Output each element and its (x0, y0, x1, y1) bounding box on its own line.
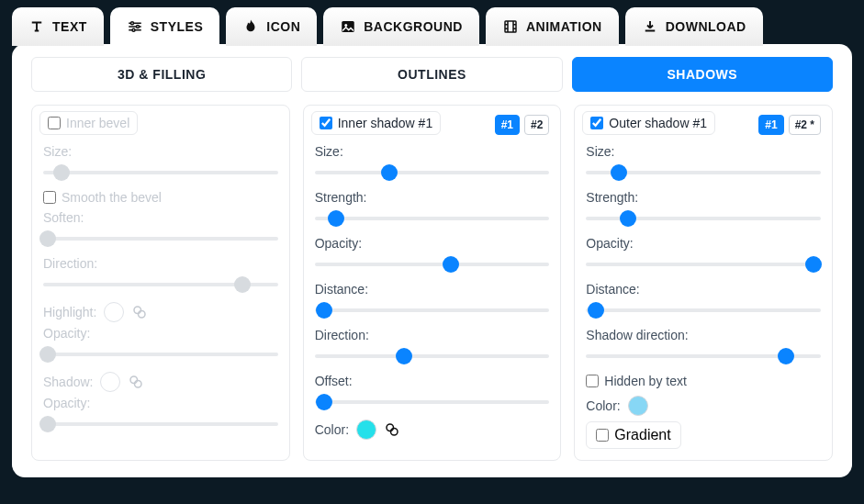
outer-distance-label: Distance: (586, 282, 821, 297)
outer-enable-toggle[interactable]: Outer shadow #1 (582, 111, 715, 135)
outer-chip-2[interactable]: #2 * (789, 115, 821, 135)
overlap-icon[interactable] (131, 304, 148, 320)
inner-direction-slider[interactable] (315, 346, 550, 366)
subtab-shadows[interactable]: SHADOWS (572, 57, 833, 92)
inner-strength-slider[interactable] (315, 208, 550, 229)
bevel-opacity2-label: Opacity: (43, 396, 278, 410)
inner-opacity-slider[interactable] (315, 254, 550, 274)
inner-index-chips: #1 #2 (495, 115, 550, 135)
text-icon (28, 18, 45, 35)
card-outer-shadow: Outer shadow #1 #1 #2 * Size: Strength: … (574, 105, 833, 461)
tab-download[interactable]: DOWNLOAD (625, 7, 763, 46)
subtab-outlines[interactable]: OUTLINES (301, 57, 562, 92)
inner-strength-label: Strength: (315, 190, 550, 205)
inner-color-label: Color: (315, 422, 349, 437)
tab-background[interactable]: BACKGROUND (323, 7, 479, 46)
bevel-shadow-label: Shadow: (43, 375, 93, 389)
outer-hidden-checkbox[interactable] (586, 375, 599, 387)
tab-text[interactable]: TEXT (12, 7, 104, 46)
svg-point-6 (134, 307, 141, 314)
overlap-icon[interactable] (128, 374, 144, 390)
outer-index-chips: #1 #2 * (758, 115, 821, 135)
main-tabs: TEXT STYLES ICON BACKGROUND ANIMATION DO… (12, 7, 852, 46)
svg-point-9 (135, 381, 142, 388)
outer-color-swatch[interactable] (628, 396, 648, 416)
svg-point-10 (387, 424, 394, 431)
outer-hidden-toggle[interactable]: Hidden by text (586, 374, 821, 388)
svg-point-8 (130, 376, 138, 384)
bevel-highlight-label: Highlight: (43, 305, 96, 319)
outer-gradient-checkbox[interactable] (596, 429, 609, 442)
tab-label: DOWNLOAD (666, 19, 746, 34)
inner-chip-2[interactable]: #2 (524, 115, 549, 135)
styles-subtabs: 3D & FILLING OUTLINES SHADOWS (31, 57, 833, 92)
tab-label: ANIMATION (526, 19, 602, 34)
inner-distance-label: Distance: (315, 282, 550, 297)
bevel-smooth-checkbox[interactable] (43, 191, 56, 204)
tab-label: TEXT (52, 19, 87, 34)
bevel-smooth-label: Smooth the bevel (62, 190, 162, 205)
bevel-enable-toggle[interactable]: Inner bevel (39, 111, 138, 135)
bevel-opacity-slider[interactable] (43, 344, 278, 364)
card-inner-bevel: Inner bevel Size: Smooth the bevel Softe… (31, 105, 290, 461)
inner-chip-1[interactable]: #1 (495, 115, 520, 135)
outer-gradient-label: Gradient (614, 427, 670, 443)
outer-hidden-label: Hidden by text (604, 374, 687, 388)
tab-icon[interactable]: ICON (226, 7, 317, 46)
outer-opacity-label: Opacity: (586, 236, 821, 251)
outer-chip-1[interactable]: #1 (758, 115, 783, 135)
subtab-3d-filling[interactable]: 3D & FILLING (31, 57, 292, 92)
tab-label: BACKGROUND (364, 19, 463, 34)
outer-size-slider[interactable] (586, 162, 821, 183)
bevel-opacity2-slider[interactable] (43, 414, 278, 434)
outer-strength-slider[interactable] (586, 208, 821, 229)
sliders-icon (127, 18, 143, 35)
bevel-soften-slider[interactable] (43, 229, 278, 249)
card-title: Inner bevel (66, 116, 129, 130)
bevel-smooth-toggle[interactable]: Smooth the bevel (43, 190, 162, 205)
outer-opacity-slider[interactable] (586, 254, 821, 274)
bevel-direction-slider[interactable] (43, 274, 278, 295)
inner-color-swatch[interactable] (356, 420, 376, 440)
film-icon (502, 18, 519, 35)
tab-label: ICON (266, 19, 300, 34)
bevel-highlight-swatch[interactable] (104, 302, 124, 322)
inner-distance-slider[interactable] (315, 300, 550, 320)
svg-point-0 (130, 22, 133, 25)
bevel-checkbox[interactable] (48, 117, 61, 129)
image-icon (340, 18, 356, 35)
svg-point-11 (391, 429, 398, 436)
outer-direction-label: Shadow direction: (586, 328, 821, 342)
card-title: Inner shadow #1 (338, 116, 433, 130)
tab-animation[interactable]: ANIMATION (486, 7, 619, 46)
inner-opacity-label: Opacity: (315, 236, 550, 251)
inner-checkbox[interactable] (320, 117, 332, 129)
svg-point-1 (136, 26, 139, 28)
bevel-shadow-row: Shadow: (43, 372, 278, 392)
inner-enable-toggle[interactable]: Inner shadow #1 (311, 111, 442, 135)
flame-icon (242, 18, 259, 35)
bevel-shadow-swatch[interactable] (100, 372, 120, 392)
overlap-icon[interactable] (384, 421, 400, 438)
inner-offset-slider[interactable] (315, 392, 550, 412)
outer-distance-slider[interactable] (586, 300, 821, 320)
outer-gradient-toggle[interactable]: Gradient (586, 421, 680, 449)
svg-point-2 (132, 28, 135, 31)
inner-size-slider[interactable] (315, 162, 550, 183)
tab-styles[interactable]: STYLES (110, 7, 219, 46)
bevel-highlight-row: Highlight: (43, 302, 278, 322)
tab-label: STYLES (151, 19, 203, 34)
outer-direction-slider[interactable] (586, 346, 821, 366)
card-title: Outer shadow #1 (609, 116, 707, 130)
bevel-opacity-label: Opacity: (43, 326, 278, 341)
outer-checkbox[interactable] (590, 117, 603, 129)
bevel-size-slider[interactable] (43, 162, 278, 183)
svg-point-7 (139, 311, 146, 319)
outer-color-label: Color: (586, 398, 620, 413)
outer-size-label: Size: (586, 144, 821, 159)
inner-direction-label: Direction: (315, 328, 550, 342)
bevel-size-label: Size: (43, 144, 278, 159)
styles-panel: 3D & FILLING OUTLINES SHADOWS Inner beve… (12, 44, 852, 477)
bevel-soften-label: Soften: (43, 210, 278, 225)
card-inner-shadow: Inner shadow #1 #1 #2 Size: Strength: Op… (303, 105, 562, 461)
